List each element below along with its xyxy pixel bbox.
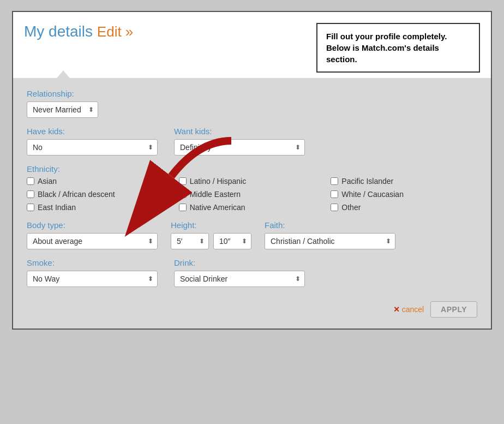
ethnicity-asian: Asian bbox=[27, 177, 173, 186]
other-label[interactable]: Other bbox=[341, 203, 361, 212]
native-label[interactable]: Native American bbox=[190, 203, 245, 212]
cancel-label: cancel bbox=[402, 305, 424, 314]
pacific-checkbox[interactable] bbox=[331, 177, 338, 185]
footer-buttons: ✕ cancel APPLY bbox=[27, 296, 477, 318]
latino-label[interactable]: Latino / Hispanic bbox=[190, 177, 247, 186]
header-section: My details Edit » Fill out your profile … bbox=[13, 12, 491, 78]
ethnicity-east-indian: East Indian bbox=[27, 203, 173, 212]
body-type-col: Body type: About average Athletic Slende… bbox=[27, 220, 158, 249]
drink-select[interactable]: Social Drinker Rarely Never Regularly bbox=[174, 271, 305, 287]
smoke-select[interactable]: No Way Never Sometimes Regularly bbox=[27, 271, 158, 287]
cancel-x-icon: ✕ bbox=[393, 305, 400, 314]
want-kids-col: Want kids: Definitely Probably Might wan… bbox=[174, 127, 305, 156]
ethnicity-native: Native American bbox=[179, 203, 326, 212]
drink-label: Drink: bbox=[174, 258, 305, 267]
east-indian-checkbox[interactable] bbox=[27, 204, 34, 211]
want-kids-label: Want kids: bbox=[174, 127, 305, 136]
relationship-label: Relationship: bbox=[27, 89, 477, 98]
white-label[interactable]: White / Caucasian bbox=[341, 190, 404, 199]
body-type-select-wrapper: About average Athletic Slender Curvy Ful… bbox=[27, 233, 158, 249]
ethnicity-other: Other bbox=[331, 203, 477, 212]
drink-select-wrapper: Social Drinker Rarely Never Regularly bbox=[174, 271, 305, 287]
page-title: My details Edit » bbox=[24, 23, 133, 40]
cancel-button[interactable]: ✕ cancel bbox=[393, 305, 424, 314]
have-kids-select[interactable]: No Yes, they live with me Yes, they live… bbox=[27, 139, 158, 156]
native-checkbox[interactable] bbox=[179, 204, 187, 211]
ethnicity-pacific: Pacific Islander bbox=[331, 177, 477, 186]
have-kids-col: Have kids: No Yes, they live with me Yes… bbox=[27, 127, 158, 156]
ethnicity-latino: Latino / Hispanic bbox=[179, 177, 326, 186]
black-label[interactable]: Black / African descent bbox=[38, 190, 115, 199]
height-label: Height: bbox=[171, 220, 251, 230]
asian-label[interactable]: Asian bbox=[38, 177, 57, 186]
height-inches-wrapper: 0″ 1″ 2″ 3″ 4″ 5″ 6″ 7″ 8″ 9″ 10″ 11″ bbox=[213, 233, 251, 249]
bubble-tip bbox=[57, 70, 70, 78]
east-indian-label[interactable]: East Indian bbox=[38, 203, 76, 212]
asian-checkbox[interactable] bbox=[27, 177, 34, 185]
drink-col: Drink: Social Drinker Rarely Never Regul… bbox=[174, 258, 305, 287]
ethnicity-middle-eastern: Middle Eastern bbox=[179, 190, 326, 199]
relationship-section: Relationship: Never Married Separated Di… bbox=[27, 89, 477, 118]
have-kids-select-wrapper: No Yes, they live with me Yes, they live… bbox=[27, 139, 158, 156]
edit-link[interactable]: Edit » bbox=[97, 23, 134, 40]
ethnicity-section: Ethnicity: Asian Latino / Hispanic Pacif… bbox=[27, 164, 477, 212]
height-col: Height: 4′ 5′ 6′ 7′ 0″ 1″ bbox=[171, 220, 251, 249]
middle-eastern-label[interactable]: Middle Eastern bbox=[190, 190, 241, 199]
title-text: My details bbox=[24, 23, 93, 40]
black-checkbox[interactable] bbox=[27, 190, 34, 198]
faith-select[interactable]: Christian / Catholic Christian / Protest… bbox=[265, 233, 395, 249]
have-kids-label: Have kids: bbox=[27, 127, 158, 136]
smoke-select-wrapper: No Way Never Sometimes Regularly bbox=[27, 271, 158, 287]
latino-checkbox[interactable] bbox=[179, 177, 187, 185]
other-checkbox[interactable] bbox=[331, 204, 338, 211]
body-type-label: Body type: bbox=[27, 220, 158, 230]
kids-row: Have kids: No Yes, they live with me Yes… bbox=[27, 127, 477, 156]
smoke-label: Smoke: bbox=[27, 258, 158, 267]
tooltip-text: Fill out your profile completely. Below … bbox=[326, 32, 447, 64]
middle-eastern-checkbox[interactable] bbox=[179, 190, 187, 198]
main-content: Relationship: Never Married Separated Di… bbox=[13, 78, 491, 329]
body-height-faith-row: Body type: About average Athletic Slende… bbox=[27, 220, 477, 249]
ethnicity-white: White / Caucasian bbox=[331, 190, 477, 199]
faith-label: Faith: bbox=[265, 220, 395, 230]
main-window: My details Edit » Fill out your profile … bbox=[12, 11, 492, 330]
ethnicity-label: Ethnicity: bbox=[27, 164, 477, 174]
height-inches-select[interactable]: 0″ 1″ 2″ 3″ 4″ 5″ 6″ 7″ 8″ 9″ 10″ 11″ bbox=[213, 233, 251, 249]
body-type-select[interactable]: About average Athletic Slender Curvy Ful… bbox=[27, 233, 158, 249]
apply-button[interactable]: APPLY bbox=[430, 301, 477, 318]
height-feet-select[interactable]: 4′ 5′ 6′ 7′ bbox=[171, 233, 209, 249]
tooltip-box: Fill out your profile completely. Below … bbox=[316, 23, 480, 73]
want-kids-select-wrapper: Definitely Probably Might want kids Don'… bbox=[174, 139, 305, 156]
faith-col: Faith: Christian / Catholic Christian / … bbox=[265, 220, 395, 249]
pacific-label[interactable]: Pacific Islander bbox=[341, 177, 393, 186]
relationship-select[interactable]: Never Married Separated Divorced Widowed bbox=[27, 101, 98, 118]
white-checkbox[interactable] bbox=[331, 190, 338, 198]
faith-select-wrapper: Christian / Catholic Christian / Protest… bbox=[265, 233, 395, 249]
height-group: 4′ 5′ 6′ 7′ 0″ 1″ 2″ 3″ 4″ bbox=[171, 233, 251, 249]
smoke-drink-row: Smoke: No Way Never Sometimes Regularly … bbox=[27, 258, 477, 287]
ethnicity-black: Black / African descent bbox=[27, 190, 173, 199]
want-kids-select[interactable]: Definitely Probably Might want kids Don'… bbox=[174, 139, 305, 156]
smoke-col: Smoke: No Way Never Sometimes Regularly bbox=[27, 258, 158, 287]
relationship-select-wrapper: Never Married Separated Divorced Widowed bbox=[27, 101, 98, 118]
ethnicity-grid: Asian Latino / Hispanic Pacific Islander… bbox=[27, 177, 477, 212]
height-feet-wrapper: 4′ 5′ 6′ 7′ bbox=[171, 233, 209, 249]
